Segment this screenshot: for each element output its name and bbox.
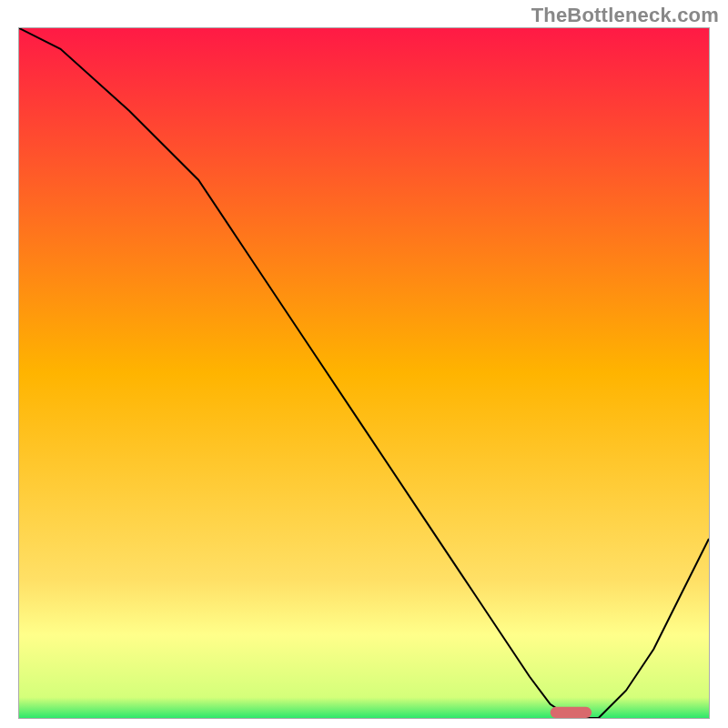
optimal-marker [19, 28, 709, 718]
svg-rect-1 [551, 707, 592, 718]
watermark: TheBottleneck.com [531, 4, 719, 27]
plot-area [18, 27, 710, 719]
chart-wrapper: TheBottleneck.com [0, 0, 728, 728]
